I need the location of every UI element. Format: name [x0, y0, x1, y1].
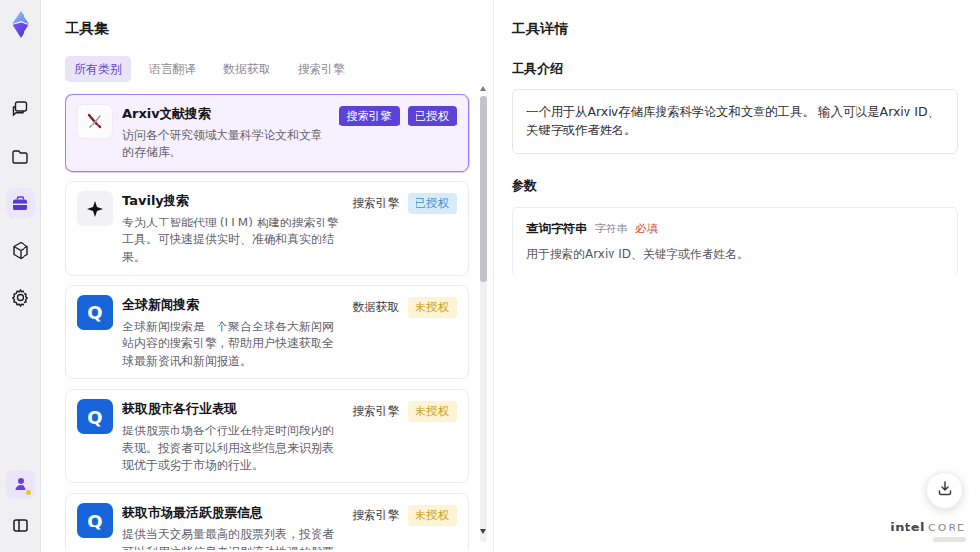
category-tab[interactable]: 数据获取 [214, 56, 280, 82]
tool-meta: 数据获取 未授权 [353, 295, 458, 318]
tool-meta: 搜索引擎 已授权 [339, 104, 458, 126]
intro-heading: 工具介绍 [512, 60, 958, 77]
category-tab[interactable]: 语言翻译 [139, 56, 206, 82]
app-window: 工具集 所有类别语言翻译数据获取搜索引擎 Arxiv文献搜索 访问各个研究领域大… [0, 0, 980, 552]
auth-status-badge: 已授权 [408, 193, 458, 214]
sidebar-item-collapse[interactable] [6, 511, 35, 540]
news-q-icon: Q [77, 295, 113, 330]
arxiv-logo-icon [77, 104, 113, 139]
sidebar-item-chat[interactable] [6, 94, 35, 124]
intel-sub-mark [933, 537, 966, 542]
sidebar-nav [6, 94, 35, 312]
param-card: 查询字符串 字符串 必填 用于搜索的Arxiv ID、关键字或作者姓名。 [512, 207, 958, 276]
tool-card[interactable]: Q 获取市场最活跃股票信息 提供当天交易量最高的股票列表，投资者可以利用这些信息… [65, 493, 469, 550]
tool-body: 全球新闻搜索 全球新闻搜索是一个聚合全球各大新闻网站内容的搜索引擎，帮助用户快速… [122, 295, 343, 370]
tool-category-label: 搜索引擎 [353, 507, 400, 524]
tool-list: Arxiv文献搜索 访问各个研究领域大量科学论文和文章的存储库。 搜索引擎 已授… [65, 94, 473, 550]
user-status-dot [26, 490, 31, 495]
auth-status-badge: 已授权 [408, 106, 458, 126]
tool-meta: 搜索引擎 未授权 [353, 503, 458, 526]
sidebar-bottom [6, 470, 35, 540]
tool-body: 获取股市各行业表现 提供股票市场各个行业在特定时间段内的表现。投资者可以利用这些… [122, 399, 343, 474]
download-icon [937, 480, 953, 500]
tool-card[interactable]: Tavily搜索 专为人工智能代理 (LLM) 构建的搜索引擎工具。可快速提供实… [65, 181, 469, 276]
user-icon [13, 477, 28, 492]
sidebar [0, 0, 41, 552]
tool-meta: 搜索引擎 未授权 [353, 399, 458, 422]
list-scrollbar[interactable] [480, 86, 487, 552]
tool-list-panel: 工具集 所有类别语言翻译数据获取搜索引擎 Arxiv文献搜索 访问各个研究领域大… [41, 0, 493, 552]
tool-meta: 搜索引擎 已授权 [353, 191, 458, 214]
tool-card[interactable]: Arxiv文献搜索 访问各个研究领域大量科学论文和文章的存储库。 搜索引擎 已授… [65, 94, 469, 172]
page-title: 工具集 [65, 20, 473, 38]
tool-name: 获取市场最活跃股票信息 [122, 504, 343, 522]
core-logo-text: CORE [928, 523, 966, 534]
panel-icon [12, 518, 29, 533]
tool-card[interactable]: Q 全球新闻搜索 全球新闻搜索是一个聚合全球各大新闻网站内容的搜索引擎，帮助用户… [65, 285, 469, 379]
intel-core-logo: intel CORE [890, 521, 966, 542]
gear-icon [11, 288, 29, 307]
auth-status-badge: 未授权 [408, 401, 458, 422]
tool-name: 获取股市各行业表现 [122, 400, 343, 418]
auth-status-badge: 未授权 [408, 297, 458, 318]
scroll-up-icon[interactable] [480, 86, 486, 91]
tool-body: Arxiv文献搜索 访问各个研究领域大量科学论文和文章的存储库。 [122, 104, 329, 162]
tool-category-label: 搜索引擎 [339, 106, 400, 126]
params-heading: 参数 [512, 177, 958, 195]
tool-detail-panel: 工具详情 工具介绍 一个用于从Arxiv存储库搜索科学论文和文章的工具。 输入可… [493, 0, 980, 552]
sidebar-item-models[interactable] [6, 235, 35, 265]
sidebar-item-files[interactable] [6, 141, 35, 171]
auth-status-badge: 未授权 [408, 505, 458, 526]
tool-category-label: 数据获取 [353, 299, 400, 316]
tool-description: 专为人工智能代理 (LLM) 构建的搜索引擎工具。可快速提供实时、准确和真实的结… [122, 215, 343, 266]
folder-icon [11, 148, 29, 165]
tool-description: 提供股票市场各个行业在特定时间段内的表现。投资者可以利用这些信息来识别表现优于或… [122, 423, 343, 474]
news-q-icon: Q [77, 399, 113, 434]
tool-name: 全球新闻搜索 [122, 296, 343, 314]
param-required-badge: 必填 [635, 222, 658, 236]
news-q-icon: Q [77, 503, 113, 538]
tool-description: 提供当天交易量最高的股票列表，投资者可以利用这些信息来识别流动性强的股票和潜在的… [122, 527, 343, 550]
tool-body: Tavily搜索 专为人工智能代理 (LLM) 构建的搜索引擎工具。可快速提供实… [122, 191, 343, 266]
scroll-down-icon[interactable] [480, 529, 486, 534]
cube-icon [12, 241, 29, 260]
tool-category-label: 搜索引擎 [353, 403, 400, 420]
tool-description: 全球新闻搜索是一个聚合全球各大新闻网站内容的搜索引擎，帮助用户快速获取全球最新资… [122, 319, 343, 370]
param-head: 查询字符串 字符串 必填 [526, 221, 944, 237]
tool-body: 获取市场最活跃股票信息 提供当天交易量最高的股票列表，投资者可以利用这些信息来识… [122, 503, 343, 550]
sidebar-item-account[interactable] [6, 470, 35, 499]
sidebar-item-settings[interactable] [6, 282, 35, 312]
star-icon [77, 191, 113, 226]
chat-icon [11, 100, 29, 118]
tool-name: Arxiv文献搜索 [122, 105, 329, 123]
toolbox-icon [11, 195, 29, 212]
intel-logo-text: intel [890, 521, 925, 534]
intro-text-box: 一个用于从Arxiv存储库搜索科学论文和文章的工具。 输入可以是Arxiv ID… [512, 89, 958, 154]
detail-title: 工具详情 [512, 20, 958, 38]
tool-name: Tavily搜索 [122, 192, 343, 210]
category-tab[interactable]: 搜索引擎 [288, 56, 355, 82]
param-type: 字符串 [595, 222, 629, 236]
param-name: 查询字符串 [526, 221, 588, 237]
download-button[interactable] [926, 472, 963, 509]
scrollbar-thumb[interactable] [480, 96, 487, 282]
tool-card[interactable]: Q 获取股市各行业表现 提供股票市场各个行业在特定时间段内的表现。投资者可以利用… [65, 389, 469, 483]
app-logo-icon [8, 10, 33, 43]
category-tab[interactable]: 所有类别 [65, 56, 131, 82]
param-description: 用于搜索的Arxiv ID、关键字或作者姓名。 [526, 246, 944, 263]
category-tabs: 所有类别语言翻译数据获取搜索引擎 [65, 56, 473, 82]
sidebar-item-toolbox[interactable] [6, 188, 35, 218]
tool-description: 访问各个研究领域大量科学论文和文章的存储库。 [122, 127, 329, 162]
tool-category-label: 搜索引擎 [353, 195, 400, 212]
